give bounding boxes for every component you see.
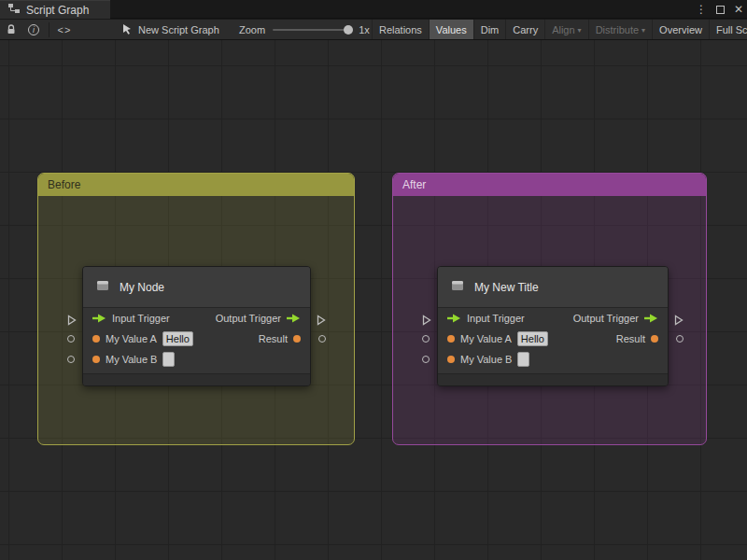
unit-icon: [94, 277, 111, 298]
value-a-row: My Value A Hello Result: [83, 329, 310, 349]
zoom-slider-thumb[interactable]: [344, 25, 353, 35]
value-b-port[interactable]: [422, 356, 430, 363]
value-b-input[interactable]: [162, 352, 175, 367]
output-trigger-label: Output Trigger: [216, 313, 281, 324]
value-a-label: My Value A: [106, 333, 157, 344]
graph-canvas[interactable]: Before After My Node Input Trigger: [0, 40, 747, 560]
button-label: Overview: [659, 24, 702, 35]
relations-button[interactable]: Relations: [372, 20, 429, 40]
output-trigger-port[interactable]: [317, 313, 326, 329]
fullscreen-button[interactable]: Full Scr: [709, 20, 747, 40]
group-title: Before: [48, 178, 80, 191]
value-a-input[interactable]: Hello: [517, 331, 548, 346]
result-label: Result: [259, 333, 288, 344]
graph-toolbar: i <> New Script Graph Zoom 1x Relations …: [0, 20, 747, 40]
group-after-header[interactable]: After: [393, 174, 706, 196]
node-header[interactable]: My Node: [83, 267, 310, 308]
flow-arrow-icon: [92, 310, 106, 327]
node-my-node[interactable]: My Node Input Trigger Output Trigger: [82, 266, 311, 386]
tab-bar: Script Graph ⋮ ✕: [0, 0, 747, 19]
zoom-control: Zoom 1x: [239, 20, 370, 40]
value-b-label: My Value B: [460, 354, 512, 365]
value-b-label: My Value B: [106, 354, 157, 365]
input-trigger-port[interactable]: [422, 313, 431, 329]
overview-button[interactable]: Overview: [652, 20, 709, 40]
button-label: Values: [436, 24, 467, 35]
button-label: Relations: [379, 24, 422, 35]
values-button[interactable]: Values: [429, 20, 473, 40]
lock-icon[interactable]: [0, 20, 22, 40]
toolbar-separator: [49, 22, 49, 37]
toolbar-left-icons: i <>: [0, 20, 76, 40]
info-glyph: i: [28, 24, 39, 35]
value-port-icon: [447, 356, 455, 363]
node-my-new-title[interactable]: My New Title Input Trigger Output Trigge…: [437, 266, 669, 386]
node-footer: [83, 373, 310, 385]
button-label: Full Scr: [716, 24, 747, 35]
align-button[interactable]: Align▾: [544, 20, 587, 40]
input-trigger-label: Input Trigger: [467, 313, 525, 324]
value-a-row: My Value A Hello Result: [438, 329, 668, 349]
zoom-slider[interactable]: [273, 29, 351, 31]
button-label: Carry: [513, 24, 538, 35]
flow-arrow-icon: [287, 310, 301, 327]
distribute-button[interactable]: Distribute▾: [588, 20, 652, 40]
dim-button[interactable]: Dim: [473, 20, 506, 40]
window-controls: ⋮ ✕: [696, 0, 743, 19]
value-a-label: My Value A: [460, 333, 512, 344]
maximize-icon[interactable]: [716, 6, 725, 14]
trigger-row: Input Trigger Output Trigger: [438, 308, 668, 329]
unity-graph-window: Script Graph ⋮ ✕ i <> New Script Graph Z…: [0, 0, 747, 560]
graph-name-label: New Script Graph: [138, 24, 219, 35]
value-b-input[interactable]: [517, 352, 529, 367]
output-trigger-label: Output Trigger: [573, 313, 639, 324]
carry-button[interactable]: Carry: [505, 20, 544, 40]
value-b-row: My Value B: [83, 349, 310, 370]
value-b-port[interactable]: [67, 356, 75, 363]
value-a-port[interactable]: [67, 335, 75, 343]
value-a-port[interactable]: [422, 335, 430, 343]
script-graph-icon: [121, 23, 133, 36]
close-icon[interactable]: ✕: [734, 3, 743, 16]
output-trigger-port[interactable]: [674, 313, 684, 329]
unit-icon: [449, 277, 466, 298]
value-port-icon: [92, 335, 100, 343]
flow-arrow-icon: [644, 310, 658, 327]
node-body: Input Trigger Output Trigger My Value A …: [438, 308, 668, 373]
input-trigger-label: Input Trigger: [112, 313, 170, 324]
button-label: Distribute: [596, 24, 639, 35]
graph-tab-icon: [7, 3, 21, 17]
current-graph[interactable]: New Script Graph: [121, 20, 219, 40]
group-title: After: [402, 178, 426, 191]
code-glyph: <>: [58, 24, 72, 35]
button-label: Dim: [481, 24, 500, 35]
flow-arrow-icon: [447, 310, 461, 327]
result-port[interactable]: [676, 335, 684, 343]
node-header[interactable]: My New Title: [438, 267, 668, 308]
tab-script-graph[interactable]: Script Graph: [0, 0, 110, 19]
value-a-input[interactable]: Hello: [162, 331, 193, 346]
info-icon[interactable]: i: [22, 20, 45, 40]
trigger-row: Input Trigger Output Trigger: [83, 308, 310, 329]
zoom-value: 1x: [359, 24, 370, 35]
code-icon[interactable]: <>: [53, 20, 76, 40]
kebab-menu-icon[interactable]: ⋮: [696, 3, 707, 16]
value-port-icon: [447, 335, 455, 343]
result-port[interactable]: [318, 335, 326, 343]
value-port-icon: [92, 356, 100, 363]
node-title: My New Title: [474, 281, 539, 294]
input-trigger-port[interactable]: [67, 313, 77, 329]
value-port-icon: [293, 335, 301, 343]
toolbar-buttons: Relations Values Dim Carry Align▾ Distri…: [372, 20, 747, 40]
node-body: Input Trigger Output Trigger My Value A …: [83, 308, 310, 373]
result-label: Result: [616, 333, 645, 344]
zoom-label: Zoom: [239, 24, 265, 35]
chevron-down-icon: ▾: [578, 26, 582, 35]
node-footer: [438, 373, 668, 385]
tab-title: Script Graph: [26, 4, 89, 17]
button-label: Align: [552, 24, 574, 35]
value-port-icon: [651, 335, 658, 343]
value-b-row: My Value B: [438, 349, 668, 370]
chevron-down-icon: ▾: [641, 26, 645, 35]
group-before-header[interactable]: Before: [38, 174, 354, 196]
